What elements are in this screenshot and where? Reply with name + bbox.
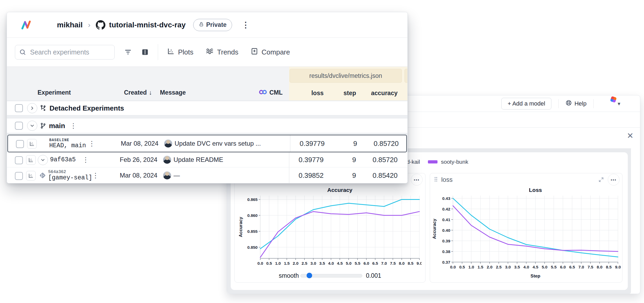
svg-text:2.0: 2.0 [487, 265, 493, 269]
svg-text:0.38: 0.38 [442, 249, 451, 254]
svg-text:7.0: 7.0 [578, 265, 584, 269]
experiment-name: 564a362 [gamey-seal] [48, 170, 92, 181]
svg-text:9.0: 9.0 [416, 261, 422, 266]
smooth-slider-thumb[interactable] [307, 273, 312, 278]
kebab-menu-icon[interactable]: ⋮ [82, 156, 89, 164]
chevron-right-icon[interactable] [27, 103, 37, 113]
svg-text:7.5: 7.5 [588, 265, 593, 269]
svg-text:6.5: 6.5 [569, 265, 575, 269]
plot-card-header: loss ••• [430, 173, 622, 186]
expand-icon[interactable] [598, 177, 604, 183]
column-cml[interactable]: CML [260, 89, 283, 96]
created-date: Mar 08, 2024 [120, 172, 157, 179]
svg-text:2.5: 2.5 [496, 265, 502, 269]
smooth-label: smooth [279, 272, 299, 279]
close-icon[interactable]: ✕ [626, 131, 635, 140]
add-model-button[interactable]: + Add a model [501, 98, 551, 110]
svg-text:0.855: 0.855 [247, 229, 258, 234]
help-label: Help [575, 100, 587, 107]
row-checkbox[interactable] [15, 172, 23, 180]
column-accuracy[interactable]: accuracy [361, 90, 398, 97]
legend-label: sooty-bunk [441, 159, 468, 165]
row-checkbox[interactable] [15, 122, 23, 130]
svg-text:3.5: 3.5 [514, 265, 520, 269]
step-value: 9 [327, 140, 357, 148]
svg-text:8.5: 8.5 [606, 265, 612, 269]
accuracy-value: 0.85420 [361, 171, 398, 180]
column-experiment[interactable]: Experiment [38, 89, 71, 96]
group-row-detached[interactable]: Detached Experiments [7, 101, 407, 115]
commit-message: Update README [174, 156, 280, 163]
smooth-value: 0.001 [366, 272, 381, 279]
dvc-experiment-icon [38, 171, 47, 180]
chevron-down-icon[interactable] [38, 155, 48, 165]
dvc-studio-logo-icon[interactable] [20, 20, 32, 30]
github-icon [96, 20, 105, 30]
row-checkbox[interactable] [15, 156, 23, 164]
toolbar: Plots Trends Compare [7, 38, 407, 67]
chevron-down-icon[interactable] [27, 121, 37, 131]
svg-text:2.5: 2.5 [302, 261, 307, 266]
columns-icon[interactable] [141, 48, 149, 56]
experiment-row-9af63a5[interactable]: 9af63a5 ⋮ Feb 26, 2024 Update README 0.3… [7, 152, 407, 167]
loss-value: 0.39852 [292, 171, 324, 180]
breadcrumb-owner[interactable]: mikhail [57, 21, 82, 29]
metrics-divider [290, 135, 290, 152]
chevron-down-icon: ▾ [618, 100, 620, 107]
step-value: 9 [326, 156, 356, 164]
plot-card-accuracy: accuracy ••• 0.00.51.01.52.02.53.03.54.0… [234, 173, 426, 283]
svg-text:0.860: 0.860 [247, 213, 258, 218]
author-avatar [163, 171, 171, 179]
user-menu[interactable]: ▾ [601, 98, 620, 110]
experiments-rows: Detached Experiments main ⋮ [7, 101, 407, 183]
experiment-row-gamey-seal[interactable]: 564a362 [gamey-seal] ⋮ Mar 08, 2024 — 0.… [7, 167, 407, 183]
svg-text:4.5: 4.5 [532, 265, 538, 269]
smooth-slider[interactable] [300, 274, 362, 277]
column-step[interactable]: step [326, 90, 356, 97]
group-label: main [49, 122, 65, 130]
svg-text:4.0: 4.0 [523, 265, 529, 269]
svg-text:0.43: 0.43 [442, 196, 451, 201]
visibility-badge: Private [193, 19, 232, 31]
svg-text:3.0: 3.0 [505, 265, 511, 269]
experiment-row-baseline[interactable]: BASELINE HEAD, main ⋮ Mar 08, 2024 Updat… [7, 135, 407, 152]
row-checkbox[interactable] [15, 104, 23, 112]
compare-button[interactable]: Compare [251, 48, 290, 57]
loss-value: 0.39779 [292, 156, 324, 164]
svg-text:8.5: 8.5 [408, 261, 414, 266]
svg-text:7.0: 7.0 [381, 261, 387, 266]
kebab-menu-icon[interactable]: ⋮ [88, 140, 95, 148]
svg-text:1.5: 1.5 [284, 261, 290, 266]
svg-text:1.5: 1.5 [478, 265, 484, 269]
filter-icon[interactable] [124, 48, 132, 56]
row-plot-button[interactable] [27, 139, 37, 149]
svg-text:0.0: 0.0 [257, 261, 263, 266]
svg-text:Step: Step [531, 273, 540, 279]
column-loss[interactable]: loss [292, 90, 324, 97]
accuracy-chart: 0.00.51.01.52.02.53.03.54.04.55.05.56.06… [238, 186, 422, 271]
accuracy-value: 0.85720 [362, 140, 399, 148]
svg-text:4.5: 4.5 [337, 261, 343, 266]
kebab-menu-icon[interactable]: ⋮ [70, 122, 77, 130]
row-plot-button[interactable] [26, 171, 36, 180]
kebab-menu-icon[interactable]: ⋮ [92, 171, 99, 180]
column-message[interactable]: Message [160, 89, 186, 96]
column-created[interactable]: Created ↓ [124, 89, 152, 96]
created-date: Mar 08, 2024 [121, 140, 158, 147]
git-branch-icon [40, 123, 46, 129]
commit-message: Update DVC env vars setup ... [175, 140, 281, 147]
trends-button[interactable]: Trends [206, 47, 238, 57]
search-input[interactable] [15, 45, 115, 60]
plots-button[interactable]: Plots [167, 48, 193, 57]
row-plot-button[interactable] [26, 155, 36, 165]
drag-handle-icon[interactable] [434, 177, 437, 183]
kebab-menu-icon[interactable]: ⋮ [242, 20, 250, 30]
breadcrumb-repo[interactable]: tutorial-mnist-dvc-ray [109, 21, 186, 29]
svg-text:0.42: 0.42 [442, 207, 450, 211]
help-button[interactable]: Help [565, 100, 587, 108]
plot-menu-button[interactable]: ••• [411, 174, 423, 186]
group-row-main[interactable]: main ⋮ [7, 119, 407, 133]
svg-text:1.0: 1.0 [275, 261, 281, 266]
row-checkbox[interactable] [16, 140, 24, 148]
plot-menu-button[interactable]: ••• [608, 174, 620, 186]
